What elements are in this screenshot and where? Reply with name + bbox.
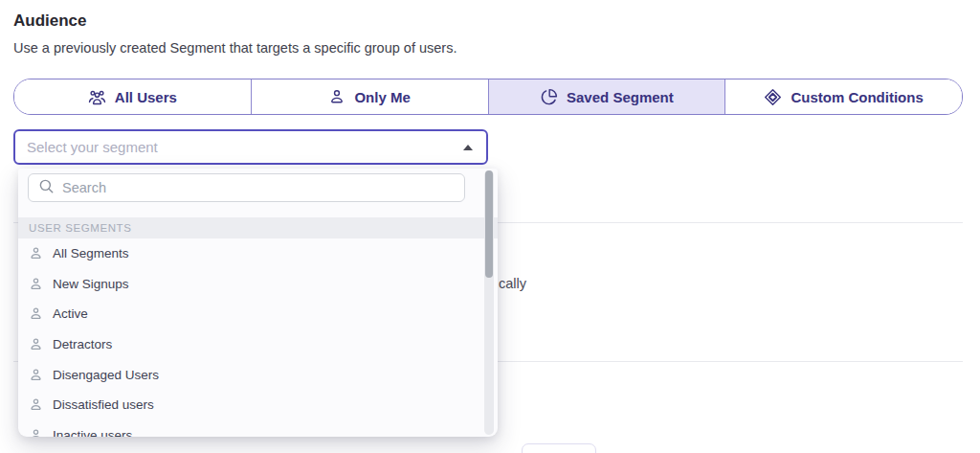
pie-chart-icon (540, 88, 558, 106)
segment-option-label: Inactive users (53, 428, 132, 437)
diamond-icon (764, 88, 782, 106)
partial-text: cally (499, 276, 526, 291)
tab-label: Saved Segment (567, 89, 674, 105)
person-icon (29, 428, 43, 437)
segment-option-all-segments[interactable]: All Segments (18, 238, 484, 269)
segment-option-active[interactable]: Active (18, 299, 484, 329)
person-icon (29, 246, 43, 260)
person-icon (29, 277, 43, 291)
tab-only-me[interactable]: Only Me (251, 79, 488, 114)
segment-list: All Segments New Signups Active Detracto… (18, 238, 484, 437)
segment-search-input[interactable] (62, 180, 455, 195)
caret-up-icon (463, 145, 473, 150)
person-icon (29, 368, 43, 382)
segment-search-box (28, 173, 465, 202)
tab-label: All Users (115, 89, 177, 105)
partial-button[interactable] (522, 443, 596, 453)
segment-option-label: Disengaged Users (53, 368, 159, 382)
search-icon (38, 178, 55, 198)
users-group-icon (88, 88, 106, 106)
person-icon (328, 88, 345, 105)
dropdown-scrollbar-thumb[interactable] (485, 170, 493, 278)
segment-option-inactive-users[interactable]: Inactive users (18, 420, 484, 437)
segment-group-header: USER SEGMENTS (18, 217, 498, 238)
segment-option-disengaged-users[interactable]: Disengaged Users (18, 359, 484, 390)
person-icon (29, 306, 43, 321)
person-icon (29, 337, 43, 351)
segment-option-label: Detractors (53, 337, 112, 351)
segment-option-label: All Segments (53, 246, 129, 260)
tab-saved-segment[interactable]: Saved Segment (488, 79, 725, 114)
segment-option-dissatisfied-users[interactable]: Dissatisfied users (18, 390, 484, 420)
tab-custom-conditions[interactable]: Custom Conditions (724, 79, 962, 114)
page-description: Use a previously created Segment that ta… (13, 40, 457, 56)
segment-select-placeholder: Select your segment (27, 139, 158, 155)
tab-label: Only Me (354, 89, 410, 105)
segment-option-new-signups[interactable]: New Signups (18, 269, 484, 300)
segment-option-label: Active (53, 306, 88, 321)
tab-label: Custom Conditions (791, 89, 923, 105)
tab-all-users[interactable]: All Users (14, 79, 251, 114)
segment-option-detractors[interactable]: Detractors (18, 329, 484, 360)
segment-dropdown-panel: USER SEGMENTS All Segments New Signups A… (18, 169, 498, 437)
page-title: Audience (13, 11, 87, 31)
person-icon (29, 397, 43, 412)
segment-option-label: New Signups (53, 277, 129, 291)
audience-tabbar: All Users Only Me Saved Segment Custom C… (13, 79, 963, 115)
segment-option-label: Dissatisfied users (53, 397, 154, 412)
segment-select[interactable]: Select your segment (13, 129, 488, 165)
